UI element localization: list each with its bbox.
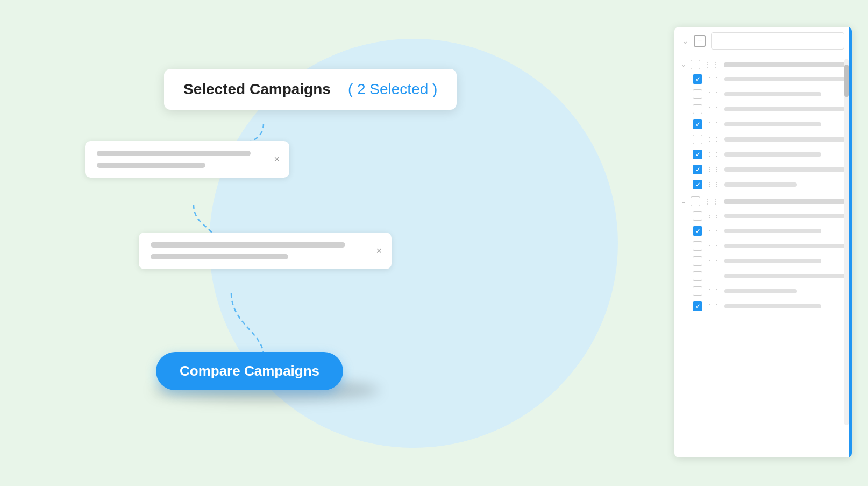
item-dots-icon: ⋮⋮: [707, 243, 720, 250]
item-label-bar: [724, 274, 845, 278]
group1-dots-icon: ⋮⋮: [705, 61, 720, 68]
card1-line1: [97, 151, 251, 156]
panel-minus-icon[interactable]: −: [694, 35, 706, 47]
list-item[interactable]: ⋮⋮: [678, 284, 849, 299]
card1-line2: [97, 163, 205, 168]
blue-accent-bar: [849, 27, 852, 457]
item-label-bar: [724, 244, 845, 248]
list-item[interactable]: ⋮⋮: [678, 117, 849, 132]
item-checkbox[interactable]: [693, 271, 702, 281]
item-dots-icon: ⋮⋮: [707, 228, 720, 235]
compare-campaigns-button[interactable]: Compare Campaigns: [156, 352, 343, 390]
item-checkbox[interactable]: [693, 256, 702, 266]
selected-campaigns-label: Selected Campaigns: [183, 81, 331, 98]
list-item[interactable]: ⋮⋮: [678, 72, 849, 87]
list-item[interactable]: ⋮⋮: [678, 87, 849, 102]
item-label-bar: [724, 77, 845, 81]
list-item[interactable]: ⋮⋮: [678, 147, 849, 162]
panel-header: ⌄ −: [674, 27, 852, 55]
item-dots-icon: ⋮⋮: [707, 136, 720, 143]
list-item[interactable]: ⋮⋮: [678, 253, 849, 269]
group1-label-bar: [724, 62, 845, 67]
item-label-bar: [724, 182, 797, 187]
card2-line1: [151, 242, 345, 248]
selected-count-label: ( 2 Selected ): [348, 81, 438, 98]
item-checkbox[interactable]: [693, 74, 702, 84]
item-checkbox[interactable]: [693, 241, 702, 251]
item-dots-icon: ⋮⋮: [707, 288, 720, 295]
item-label-bar: [724, 167, 845, 172]
item-label-bar: [724, 122, 821, 126]
group2-header: ⌄ ⋮⋮: [678, 192, 849, 208]
item-dots-icon: ⋮⋮: [707, 273, 720, 280]
item-label-bar: [724, 259, 821, 263]
item-dots-icon: ⋮⋮: [707, 181, 720, 188]
item-checkbox[interactable]: [693, 135, 702, 144]
item-label-bar: [724, 214, 845, 218]
scrollbar-thumb[interactable]: [844, 65, 849, 97]
list-item[interactable]: ⋮⋮: [678, 162, 849, 177]
group1-checkbox[interactable]: [691, 60, 700, 69]
campaigns-list-panel: ⌄ − ⌄ ⋮⋮ ⋮⋮: [674, 27, 852, 457]
group2-dots-icon: ⋮⋮: [705, 198, 720, 205]
item-dots-icon: ⋮⋮: [707, 166, 720, 173]
campaign-card-1[interactable]: ×: [85, 141, 289, 178]
card1-close-button[interactable]: ×: [274, 154, 280, 165]
item-checkbox[interactable]: [693, 211, 702, 221]
item-dots-icon: ⋮⋮: [707, 151, 720, 158]
item-checkbox[interactable]: [693, 226, 702, 236]
list-item[interactable]: ⋮⋮: [678, 177, 849, 192]
item-dots-icon: ⋮⋮: [707, 258, 720, 265]
item-checkbox[interactable]: [693, 165, 702, 174]
list-item[interactable]: ⋮⋮: [678, 102, 849, 117]
item-label-bar: [724, 92, 821, 96]
group2-chevron-icon[interactable]: ⌄: [681, 198, 686, 205]
item-label-bar: [724, 304, 821, 308]
list-item[interactable]: ⋮⋮: [678, 223, 849, 238]
card2-line2: [151, 254, 288, 259]
item-label-bar: [724, 137, 845, 142]
item-label-bar: [724, 152, 821, 157]
item-checkbox[interactable]: [693, 150, 702, 159]
scrollbar-track[interactable]: [844, 59, 849, 425]
panel-chevron-icon[interactable]: ⌄: [682, 37, 688, 45]
item-dots-icon: ⋮⋮: [707, 106, 720, 113]
item-dots-icon: ⋮⋮: [707, 213, 720, 220]
panel-search-input[interactable]: [711, 32, 844, 50]
item-dots-icon: ⋮⋮: [707, 303, 720, 310]
item-dots-icon: ⋮⋮: [707, 91, 720, 98]
selected-campaigns-tooltip: Selected Campaigns ( 2 Selected ): [164, 69, 457, 110]
item-checkbox[interactable]: [693, 89, 702, 99]
list-item[interactable]: ⋮⋮: [678, 269, 849, 284]
group2-label-bar: [724, 199, 845, 204]
item-dots-icon: ⋮⋮: [707, 121, 720, 128]
group2-checkbox[interactable]: [691, 196, 700, 206]
list-item[interactable]: ⋮⋮: [678, 132, 849, 147]
item-checkbox[interactable]: [693, 301, 702, 311]
item-checkbox[interactable]: [693, 119, 702, 129]
item-label-bar: [724, 289, 797, 293]
campaigns-list-content: ⌄ ⋮⋮ ⋮⋮ ⋮⋮ ⋮⋮ ⋮: [674, 55, 852, 314]
list-item[interactable]: ⋮⋮: [678, 299, 849, 314]
campaign-card-2[interactable]: ×: [139, 233, 392, 269]
card2-close-button[interactable]: ×: [376, 245, 382, 257]
list-item[interactable]: ⋮⋮: [678, 238, 849, 253]
group1-chevron-icon[interactable]: ⌄: [681, 61, 686, 68]
main-scene: Selected Campaigns ( 2 Selected ) × × Co…: [0, 0, 868, 486]
item-label-bar: [724, 229, 821, 233]
item-checkbox[interactable]: [693, 180, 702, 189]
item-checkbox[interactable]: [693, 104, 702, 114]
item-dots-icon: ⋮⋮: [707, 76, 720, 83]
item-checkbox[interactable]: [693, 286, 702, 296]
list-item[interactable]: ⋮⋮: [678, 208, 849, 223]
item-label-bar: [724, 107, 845, 111]
group1-header: ⌄ ⋮⋮: [678, 55, 849, 72]
